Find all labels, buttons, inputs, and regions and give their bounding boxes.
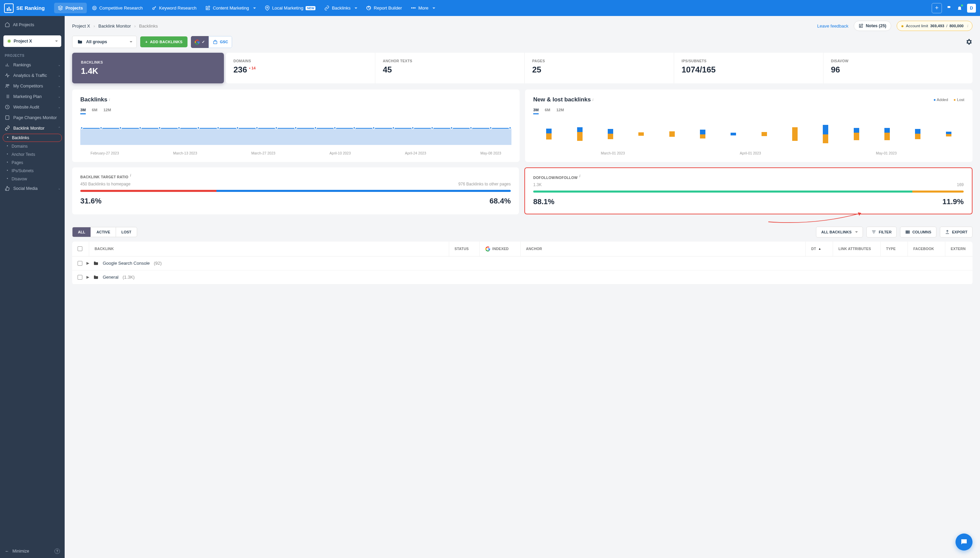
th-facebook[interactable]: FACEBOOK <box>908 241 945 256</box>
groups-dropdown[interactable]: All groups <box>72 36 137 48</box>
th-extern[interactable]: EXTERN <box>945 241 972 256</box>
google-source-button[interactable]: ✓ <box>191 36 208 48</box>
nav-projects[interactable]: Projects <box>54 3 87 13</box>
sidebar-competitors[interactable]: My Competitors⌄ <box>0 80 65 91</box>
metric-pages[interactable]: PAGES25 <box>524 53 674 84</box>
sidebar-backlinkmonitor[interactable]: Backlink Monitor⌃ <box>0 123 65 133</box>
range-6m[interactable]: 6M <box>545 108 550 114</box>
thumb-icon <box>5 186 10 191</box>
leave-feedback-link[interactable]: Leave feedback <box>817 23 849 29</box>
sidebar-sub-anchors[interactable]: Anchor Texts <box>0 150 65 159</box>
nav-keyword[interactable]: Keyword Research <box>148 3 200 13</box>
range-3m[interactable]: 3M <box>533 108 538 114</box>
row-checkbox[interactable] <box>77 275 82 280</box>
home-icon <box>5 22 10 27</box>
sidebar-audit[interactable]: Website Audit⌄ <box>0 102 65 112</box>
th-type[interactable]: TYPE <box>881 241 908 256</box>
sidebar-minimize[interactable]: ← Minimize ? <box>0 544 65 558</box>
sidebar-sub-pages[interactable]: Pages <box>0 159 65 167</box>
row-count: (1.3K) <box>123 274 135 280</box>
range-3m[interactable]: 3M <box>80 108 86 114</box>
sidebar-sub-domains[interactable]: Domains <box>0 142 65 150</box>
expand-icon[interactable]: ▶ <box>87 275 89 279</box>
avatar[interactable]: D <box>967 4 976 13</box>
crumb-monitor[interactable]: Backlink Monitor <box>98 23 131 29</box>
nav-more[interactable]: ••• More <box>407 3 439 13</box>
crumb-project[interactable]: Project X <box>72 23 90 29</box>
sidebar-all-projects[interactable]: All Projects <box>5 20 60 29</box>
row-checkbox[interactable] <box>77 261 82 266</box>
sidebar-pagechanges[interactable]: Page Changes Monitor <box>0 112 65 123</box>
follow-ratio-card: DOFOLLOW/NOFOLLOWi 1.3K169 88.1%11.9% <box>524 167 972 214</box>
sidebar-sub-ips[interactable]: IPs/Subnets <box>0 167 65 175</box>
nav-report[interactable]: Report Builder <box>363 3 405 13</box>
svg-marker-0 <box>59 6 63 8</box>
sidebar-rankings[interactable]: Rankings⌄ <box>0 59 65 70</box>
sidebar-social[interactable]: Social Media⌄ <box>0 183 65 194</box>
nav-local[interactable]: Local Marketing NEW <box>261 3 320 13</box>
help-icon[interactable]: ? <box>54 548 60 554</box>
table-row[interactable]: ▶ Google Search Console (92) <box>72 256 972 271</box>
sidebar: All Projects ✸ Project X PROJECTS Rankin… <box>0 16 65 558</box>
ratio-bar <box>80 190 511 192</box>
export-button[interactable]: EXPORT <box>940 226 972 238</box>
x-axis-labels: February-27 2023March-13 2023March-27 20… <box>80 151 511 155</box>
columns-button[interactable]: COLUMNS <box>900 226 936 238</box>
info-icon[interactable]: i <box>967 24 968 28</box>
chevron-down-icon: ⌄ <box>58 63 61 67</box>
metric-disavow[interactable]: DISAVOW96 <box>823 53 972 84</box>
th-checkbox[interactable] <box>72 241 89 256</box>
nav-backlinks[interactable]: Backlinks <box>320 3 361 13</box>
info-icon[interactable]: i <box>593 98 593 102</box>
chat-fab[interactable] <box>955 533 972 550</box>
account-limit-badge: ● Account limit 369,493 / 800,000 i <box>896 21 972 31</box>
nav-competitive[interactable]: Competitive Research <box>88 3 147 13</box>
range-12m[interactable]: 12M <box>556 108 564 114</box>
th-backlink[interactable]: BACKLINK <box>89 241 449 256</box>
project-selector[interactable]: ✸ Project X <box>3 35 61 47</box>
flag-icon[interactable] <box>947 5 952 11</box>
metric-ips[interactable]: IPS/SUBNETS1074/165 <box>674 53 823 84</box>
all-backlinks-dropdown[interactable]: ALL BACKLINKS <box>816 226 863 238</box>
table-row[interactable]: ▶ General (1.3K) <box>72 271 972 284</box>
metric-domains[interactable]: DOMAINS236• 14 <box>226 53 375 84</box>
nav-content[interactable]: Content Marketing <box>202 3 259 13</box>
info-icon[interactable]: i <box>579 174 581 178</box>
info-icon[interactable]: i <box>109 98 110 102</box>
sidebar-marketing[interactable]: Marketing Plan⌄ <box>0 91 65 102</box>
expand-icon[interactable]: ▶ <box>87 261 89 265</box>
add-button[interactable]: + <box>932 3 942 13</box>
settings-button[interactable] <box>965 38 972 46</box>
sidebar-sub-disavow[interactable]: Disavow <box>0 175 65 183</box>
pie-icon <box>366 5 371 11</box>
brand-logo[interactable]: SE Ranking <box>4 3 44 13</box>
filter-button[interactable]: FILTER <box>866 226 896 238</box>
info-icon[interactable]: i <box>130 174 131 177</box>
filter-all[interactable]: ALL <box>72 227 91 237</box>
project-icon: ✸ <box>7 38 11 44</box>
th-anchor[interactable]: ANCHOR <box>520 241 806 256</box>
add-backlinks-button[interactable]: + ADD BACKLINKS <box>140 36 187 47</box>
th-linkattr[interactable]: LINK ATTRIBUTES <box>833 241 881 256</box>
th-status[interactable]: STATUS <box>449 241 480 256</box>
metric-backlinks[interactable]: BACKLINKS1.4K <box>72 53 224 84</box>
annotation-arrow <box>72 213 972 223</box>
folder-icon <box>93 274 98 280</box>
brand-name: SE Ranking <box>16 5 44 11</box>
range-12m[interactable]: 12M <box>103 108 111 114</box>
target-ratio-card: BACKLINK TARGET RATIOi 450 Backlinks to … <box>72 167 519 214</box>
sidebar-sub-backlinks[interactable]: Backlinks <box>3 134 62 142</box>
backlinks-table: BACKLINK STATUS INDEXED ANCHOR DT▲ LINK … <box>72 241 972 284</box>
th-dt[interactable]: DT▲ <box>806 241 833 256</box>
top-navigation: SE Ranking Projects Competitive Research… <box>0 0 980 16</box>
filter-lost[interactable]: LOST <box>116 227 137 237</box>
range-6m[interactable]: 6M <box>92 108 97 114</box>
metric-anchors[interactable]: ANCHOR TEXTS45 <box>375 53 524 84</box>
chevron-down-icon: ⌄ <box>58 84 61 88</box>
th-indexed[interactable]: INDEXED <box>480 241 520 256</box>
gsc-source-button[interactable]: GSC <box>208 36 232 48</box>
notes-button[interactable]: Notes (25) <box>854 21 891 31</box>
bell-icon[interactable] <box>957 5 962 11</box>
filter-active[interactable]: ACTIVE <box>91 227 116 237</box>
sidebar-analytics[interactable]: Analytics & Traffic⌄ <box>0 70 65 80</box>
